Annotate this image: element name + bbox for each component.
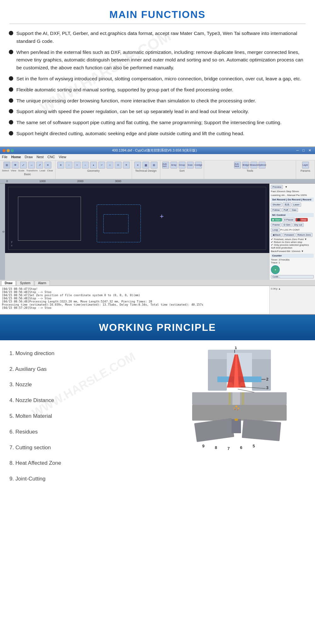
menu-view[interactable]: View [59,155,66,159]
return-zero-button[interactable]: Return Zero [296,233,312,237]
laser-button[interactable]: Laser [292,203,301,207]
start-button[interactable]: ▶ Start [271,218,282,221]
scale-icon[interactable]: ⤢ [20,162,27,169]
micro-joint-icon[interactable]: ⊂ [74,162,81,169]
layer-icon[interactable]: Layer [302,162,309,169]
sort-icons: Auto Sort Array Group Scan Coedge [162,162,202,169]
optimize-icon[interactable]: Optimze [259,162,266,169]
wp-item-2: 2. Auxiliary Gas [9,365,167,373]
inner-icon[interactable]: ● [90,162,97,169]
tech-icon-3[interactable]: ⊞ [151,162,158,169]
software-side-panel: Preview ▼ Fast 20mm/s Step 50mm Lasering… [269,184,315,280]
bullet-icon [9,76,13,81]
group-label-sort: Sort [179,169,185,172]
compensate-icon[interactable]: ◇ [106,162,113,169]
tech-icon-2[interactable]: ▦ [142,162,149,169]
working-principle-banner: WORKING PRINCIPLE [0,315,315,340]
working-principle-diagram: 1 2 3 4 [173,347,306,474]
bridge-icon[interactable]: Bridge [242,162,249,169]
titlebar-right-controls: ─ □ ✕ [295,148,312,152]
forward-button[interactable]: Forward [283,233,295,237]
reverse-icon[interactable]: ↩ [98,162,105,169]
tech-icon-1[interactable]: ≡ [134,162,141,169]
puff-button[interactable]: Puff [282,208,289,212]
dry-cut-button[interactable]: Dry cut [293,223,304,227]
ruler-mark-1000: 1000 [39,180,46,183]
ribbon-group-geometry: ⊕ ○ ⊂ ⌂ ● ↩ ◇ ⊡ ❄ Geometry [55,160,132,179]
panel-follow-row: Follow Puff Gas [271,208,314,212]
auto-nest-icon[interactable]: Auto Nest [234,162,241,169]
group-icon[interactable]: Group [179,162,186,169]
tab-alarm[interactable]: Alarm [35,280,50,285]
close-button[interactable]: ✕ [307,148,312,152]
menu-draw[interactable]: Draw [25,155,33,159]
software-title: 400.1394.dxf - CypCut激光切割系统V6.3.658.9(演示… [14,148,295,153]
ribbon-group-tools: Auto Nest Bridge Measure Optimze Tools [204,160,296,179]
bullet-icon [9,131,13,135]
svg-rect-26 [242,419,281,441]
tab-system[interactable]: System [16,280,34,285]
menu-cnc[interactable]: CNC [48,155,55,159]
tab-draw[interactable]: Draw [1,280,16,285]
timer-label: Timer: 37min30s [271,258,314,261]
view-icon[interactable]: 👁 [12,162,19,169]
software-log-right-panel: 0.0Kp ▲ [269,286,315,314]
canvas-container: 0 1000 2000 3000 0 1 2 + x y [0,179,315,280]
list-item-text: When pen/lead in the external files such… [16,49,306,72]
menu-home[interactable]: Home [11,155,21,159]
outer-icon[interactable]: ○ [66,162,72,169]
frame-button[interactable]: Frame [271,223,281,227]
cooling-point-icon[interactable]: ❄ [123,162,130,169]
label-transform: Transform [26,169,37,172]
panel-shutter-row: Shutter 光光 Laser [271,202,314,207]
svg-text:8: 8 [215,445,217,450]
svg-text:7: 7 [227,446,230,451]
panel-preview-row: Preview ▼ [271,185,314,189]
lead-pos-icon[interactable]: ⊕ [57,162,64,169]
confirm-button[interactable]: Confir... [271,275,314,279]
loop-button[interactable]: Loop [271,228,280,232]
software-menu-bar: File Home Draw Nest CNC View [0,154,315,160]
seal-icon[interactable]: ⊡ [115,162,122,169]
clear-icon[interactable]: ✕ [44,162,51,169]
panel-counter-values: Timer: 37min30s Trace: 1 [271,258,314,264]
menu-nest[interactable]: Nest [37,155,44,159]
sim-button[interactable]: D Sim [282,223,292,227]
canvas-dashed-shape [97,204,141,242]
array-icon[interactable]: Array [170,162,177,169]
pause-button[interactable]: II Pause [283,218,295,222]
software-screenshot: 400.1394.dxf - CypCut激光切割系统V6.3.658.9(演示… [0,147,315,315]
svg-point-18 [235,405,237,407]
home-ref-icon[interactable]: ⌂ [82,162,89,169]
list-item-text: Set in the form of wysiwyg introduced pi… [16,75,301,83]
shutter-button[interactable]: Shutter [271,203,282,207]
panel-nc-row3: Loop Pr LOC Pr CONT [271,228,314,232]
select-icon[interactable]: ⊞ [3,162,10,169]
gas-button[interactable]: Gas [290,208,298,212]
bullet-icon [9,87,13,92]
lead-icon[interactable]: ↗ [36,162,43,169]
menu-file[interactable]: File [2,155,8,159]
back-button[interactable]: ◀ Back [271,233,282,237]
canvas-y-label: y [11,240,13,243]
measure-icon[interactable]: Measure [250,162,257,169]
coedge-icon[interactable]: Coedge [195,162,202,169]
canvas-crosshair: + [160,212,164,221]
pr-loc-label: Pr LOC [280,228,289,231]
preview-button[interactable]: Preview [271,185,283,189]
ruler-mark-0: 0 [6,180,8,183]
maximize-button[interactable]: □ [301,148,306,152]
panel-backforward-label: Back/Forward Bit: 10mm/s ▼ [271,250,314,253]
minimize-button[interactable]: ─ [295,148,300,152]
auto-sort-icon[interactable]: Auto Sort [162,162,169,169]
canvas-origin-label: x [11,244,13,247]
bullet-icon [9,120,13,124]
light-button[interactable]: 光光 [283,202,291,207]
stop-button[interactable]: ⬛ Stop [295,218,308,221]
svg-point-21 [234,409,236,410]
wp-item-7: 7. Cutting section [9,444,167,451]
transform-icon[interactable]: ↔ [28,162,35,169]
follow-button[interactable]: Follow [271,208,281,212]
scan-icon[interactable]: Scan [187,162,194,169]
ribbon-group-basic: ⊞ 👁 ⤢ ↔ ↗ ✕ Select View Scale Transform … [0,160,55,179]
